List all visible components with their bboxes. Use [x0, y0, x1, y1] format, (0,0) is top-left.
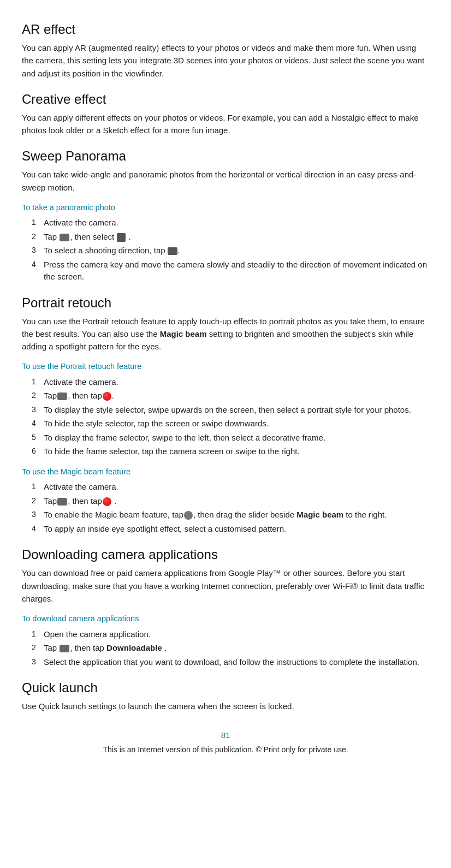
- list-item: Tap, then tap.: [32, 390, 429, 402]
- creative-effect-heading: Creative effect: [22, 92, 429, 107]
- step-text: To select a shooting direction, tap .: [44, 246, 180, 255]
- step-text: To hide the frame selector, tap the came…: [44, 447, 300, 456]
- list-item: Activate the camera.: [32, 217, 429, 229]
- footer-note: This is an Internet version of this publ…: [22, 744, 429, 756]
- creative-effect-section: Creative effect You can apply different …: [22, 92, 429, 137]
- list-item: To select a shooting direction, tap .: [32, 245, 429, 257]
- use-portrait-retouch-subsection: To use the Portrait retouch feature Acti…: [22, 360, 429, 457]
- quick-launch-body: Use Quick launch settings to launch the …: [22, 700, 429, 712]
- list-item: To hide the frame selector, tap the came…: [32, 445, 429, 458]
- step-text: Select the application that you want to …: [44, 657, 419, 667]
- downloading-camera-body: You can download free or paid camera app…: [22, 567, 429, 605]
- step-text: To enable the Magic beam feature, tap, t…: [44, 510, 387, 519]
- creative-effect-body: You can apply different effects on your …: [22, 111, 429, 137]
- step-text: Tap, then tap.: [44, 391, 114, 400]
- list-item: Tap , then tap Downloadable .: [32, 642, 429, 655]
- portrait-retouch-body: You can use the Portrait retouch feature…: [22, 315, 429, 353]
- ar-effect-body: You can apply AR (augmented reality) eff…: [22, 41, 429, 80]
- magic-beam-bold: Magic beam: [160, 329, 207, 338]
- list-item: Open the camera application.: [32, 628, 429, 641]
- use-portrait-retouch-link: To use the Portrait retouch feature: [22, 360, 429, 372]
- download-camera-apps-subsection: To download camera applications Open the…: [22, 613, 429, 668]
- sweep-panorama-heading: Sweep Panorama: [22, 148, 429, 164]
- step-text: Activate the camera.: [44, 218, 118, 227]
- portrait-icon: [103, 392, 111, 401]
- downloading-camera-heading: Downloading camera applications: [22, 547, 429, 562]
- page-footer: 81 This is an Internet version of this p…: [22, 729, 429, 756]
- step-text: Tap , then tap Downloadable .: [44, 643, 167, 652]
- portrait-retouch-section: Portrait retouch You can use the Portrai…: [22, 295, 429, 536]
- ar-effect-heading: AR effect: [22, 22, 429, 37]
- take-panoramic-subsection: To take a panoramic photo Activate the c…: [22, 201, 429, 283]
- list-item: Activate the camera.: [32, 481, 429, 494]
- list-item: Press the camera key and move the camera…: [32, 259, 429, 283]
- download-camera-steps: Open the camera application. Tap , then …: [32, 628, 429, 669]
- camera-icon: [60, 645, 69, 652]
- downloadable-bold: Downloadable: [106, 643, 162, 652]
- list-item: To display the frame selector, swipe to …: [32, 432, 429, 444]
- step-text: Press the camera key and move the camera…: [44, 260, 427, 282]
- step-text: To apply an inside eye spotlight effect,…: [44, 524, 286, 533]
- step-text: To hide the style selector, tap the scre…: [44, 419, 269, 428]
- page-number: 81: [22, 729, 429, 741]
- portrait-icon2: [103, 497, 111, 506]
- portrait-retouch-steps: Activate the camera. Tap, then tap. To d…: [32, 376, 429, 458]
- use-magic-beam-link: To use the Magic beam feature: [22, 466, 429, 478]
- list-item: To hide the style selector, tap the scre…: [32, 418, 429, 430]
- step-text: Tap, then tap .: [44, 496, 116, 506]
- step-text: To display the style selector, swipe upw…: [44, 405, 411, 414]
- quick-launch-section: Quick launch Use Quick launch settings t…: [22, 680, 429, 712]
- sweep-panorama-body: You can take wide-angle and panoramic ph…: [22, 168, 429, 194]
- step-text: Tap , then select .: [44, 232, 131, 241]
- list-item: Activate the camera.: [32, 376, 429, 389]
- magic-beam-bold2: Magic beam: [296, 510, 343, 519]
- take-panoramic-link: To take a panoramic photo: [22, 201, 429, 213]
- step-text: To display the frame selector, swipe to …: [44, 433, 325, 442]
- download-camera-apps-link: To download camera applications: [22, 613, 429, 625]
- list-item: To apply an inside eye spotlight effect,…: [32, 523, 429, 536]
- step-text: Open the camera application.: [44, 629, 151, 639]
- ar-effect-section: AR effect You can apply AR (augmented re…: [22, 22, 429, 80]
- take-panoramic-steps: Activate the camera. Tap , then select .…: [32, 217, 429, 283]
- list-item: To enable the Magic beam feature, tap, t…: [32, 509, 429, 521]
- magic-beam-steps: Activate the camera. Tap, then tap . To …: [32, 481, 429, 535]
- pan-icon: [117, 233, 126, 242]
- sweep-panorama-section: Sweep Panorama You can take wide-angle a…: [22, 148, 429, 283]
- arrow-icon: [168, 247, 177, 255]
- camera-icon: [57, 393, 67, 400]
- list-item: Select the application that you want to …: [32, 656, 429, 669]
- camera-icon: [60, 234, 69, 241]
- camera-icon: [57, 498, 67, 506]
- list-item: Tap, then tap .: [32, 495, 429, 508]
- settings-icon: [184, 511, 193, 520]
- list-item: To display the style selector, swipe upw…: [32, 404, 429, 417]
- use-magic-beam-subsection: To use the Magic beam feature Activate t…: [22, 466, 429, 535]
- step-text: Activate the camera.: [44, 377, 118, 387]
- list-item: Tap , then select .: [32, 231, 429, 243]
- quick-launch-heading: Quick launch: [22, 680, 429, 695]
- step-text: Activate the camera.: [44, 482, 118, 491]
- downloading-camera-section: Downloading camera applications You can …: [22, 547, 429, 668]
- portrait-retouch-heading: Portrait retouch: [22, 295, 429, 311]
